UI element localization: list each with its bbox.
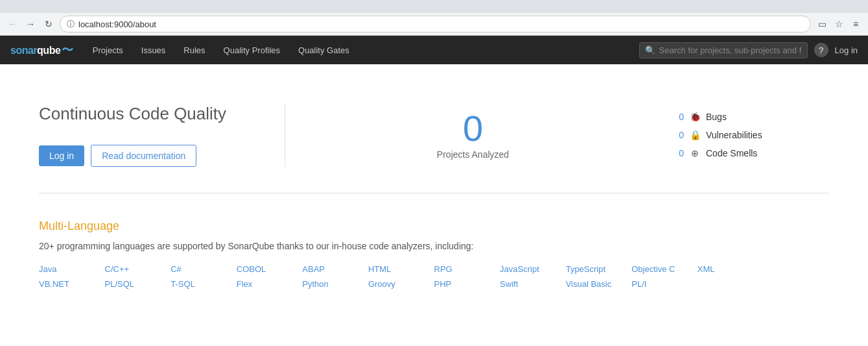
forward-button[interactable]: →	[23, 17, 38, 31]
lang-html[interactable]: HTML	[368, 264, 434, 274]
smell-label: Code Smells	[706, 148, 757, 158]
hero-left: Continuous Code Quality Log in Read docu…	[39, 103, 285, 167]
help-button[interactable]: ?	[814, 43, 828, 57]
lang-visualbasic[interactable]: Visual Basic	[566, 279, 632, 289]
smell-icon: ⊕	[689, 148, 701, 158]
multilang-section: Multi-Language 20+ programming languages…	[39, 193, 829, 315]
lang-groovy[interactable]: Groovy	[368, 279, 434, 289]
hero-actions: Log in Read documentation	[39, 145, 259, 167]
lang-java[interactable]: Java	[39, 264, 105, 274]
lang-xml[interactable]: XML	[698, 264, 764, 274]
lang-placeholder-2	[698, 279, 764, 289]
lang-tsql[interactable]: T-SQL	[170, 279, 237, 289]
stat-row-bugs: 0 🐞 Bugs	[674, 112, 829, 122]
main-content: Continuous Code Quality Log in Read docu…	[0, 64, 868, 341]
search-icon: 🔍	[645, 45, 655, 55]
lang-flex[interactable]: Flex	[237, 279, 303, 289]
nav-links: Projects Issues Rules Quality Profiles Q…	[84, 36, 639, 64]
nav-projects[interactable]: Projects	[84, 36, 132, 64]
navbar-right: 🔍 ? Log in	[639, 42, 858, 58]
bugs-icon: 🐞	[689, 112, 701, 122]
lang-python[interactable]: Python	[302, 279, 368, 289]
nav-quality-gates[interactable]: Quality Gates	[289, 36, 358, 64]
menu-button[interactable]: ≡	[849, 17, 863, 31]
nav-issues[interactable]: Issues	[132, 36, 175, 64]
back-button[interactable]: ←	[5, 17, 19, 31]
bookmark-button[interactable]: ☆	[832, 17, 846, 31]
lang-csharp[interactable]: C#	[170, 264, 237, 274]
sonarqube-logo: sonarqube〜	[10, 42, 73, 58]
address-bar[interactable]: ⓘ localhost:9000/about	[60, 16, 811, 32]
lang-php[interactable]: PHP	[434, 279, 500, 289]
read-docs-button[interactable]: Read documentation	[91, 145, 196, 167]
projects-count: 0	[463, 110, 483, 147]
lang-javascript[interactable]: JavaScript	[500, 264, 566, 274]
hero-section: Continuous Code Quality Log in Read docu…	[39, 90, 829, 193]
nav-rules[interactable]: Rules	[174, 36, 214, 64]
bugs-label: Bugs	[706, 112, 727, 122]
lang-placeholder-1	[763, 264, 829, 274]
lang-plsql[interactable]: PL/SQL	[105, 279, 171, 289]
stat-row-vulnerabilities: 0 🔒 Vulnerabilities	[674, 130, 829, 140]
cast-button[interactable]: ▭	[815, 17, 829, 31]
reload-button[interactable]: ↻	[41, 17, 56, 31]
url-text: localhost:9000/about	[78, 19, 804, 29]
search-box[interactable]: 🔍	[639, 42, 808, 58]
vuln-count: 0	[674, 130, 684, 140]
lang-typescript[interactable]: TypeScript	[566, 264, 632, 274]
navbar: sonarqube〜 Projects Issues Rules Quality…	[0, 36, 868, 64]
browser-tabs	[0, 0, 868, 13]
search-input[interactable]	[659, 45, 802, 55]
lock-icon: ⓘ	[67, 19, 75, 30]
bugs-count: 0	[674, 112, 684, 122]
browser-chrome: ← → ↻ ⓘ localhost:9000/about ▭ ☆ ≡	[0, 0, 868, 36]
hero-center: 0 Projects Analyzed	[285, 110, 661, 160]
vuln-label: Vulnerabilities	[706, 130, 762, 140]
hero-right: 0 🐞 Bugs 0 🔒 Vulnerabilities 0 ⊕ Code Sm…	[661, 112, 829, 158]
nav-quality-profiles[interactable]: Quality Profiles	[215, 36, 289, 64]
browser-toolbar: ← → ↻ ⓘ localhost:9000/about ▭ ☆ ≡	[0, 13, 868, 35]
lang-objectivec[interactable]: Objective C	[631, 264, 698, 274]
navbar-login-link[interactable]: Log in	[835, 45, 858, 55]
lang-swift[interactable]: Swift	[500, 279, 566, 289]
multilang-title: Multi-Language	[39, 219, 829, 233]
multilang-description: 20+ programming languages are supported …	[39, 241, 829, 251]
browser-actions: ▭ ☆ ≡	[815, 17, 863, 31]
smell-count: 0	[674, 148, 684, 158]
lang-placeholder-3	[763, 279, 829, 289]
vuln-icon: 🔒	[689, 130, 701, 140]
lang-vbnet[interactable]: VB.NET	[39, 279, 105, 289]
navbar-brand[interactable]: sonarqube〜	[10, 42, 73, 58]
lang-cpp[interactable]: C/C++	[105, 264, 171, 274]
lang-rpg[interactable]: RPG	[434, 264, 500, 274]
hero-title: Continuous Code Quality	[39, 103, 259, 125]
stat-row-codesmells: 0 ⊕ Code Smells	[674, 148, 829, 158]
login-button[interactable]: Log in	[39, 145, 84, 166]
language-grid: Java C/C++ C# COBOL ABAP HTML RPG JavaSc…	[39, 264, 829, 289]
projects-label: Projects Analyzed	[437, 149, 509, 160]
lang-cobol[interactable]: COBOL	[237, 264, 303, 274]
lang-abap[interactable]: ABAP	[302, 264, 368, 274]
lang-pli[interactable]: PL/I	[631, 279, 698, 289]
